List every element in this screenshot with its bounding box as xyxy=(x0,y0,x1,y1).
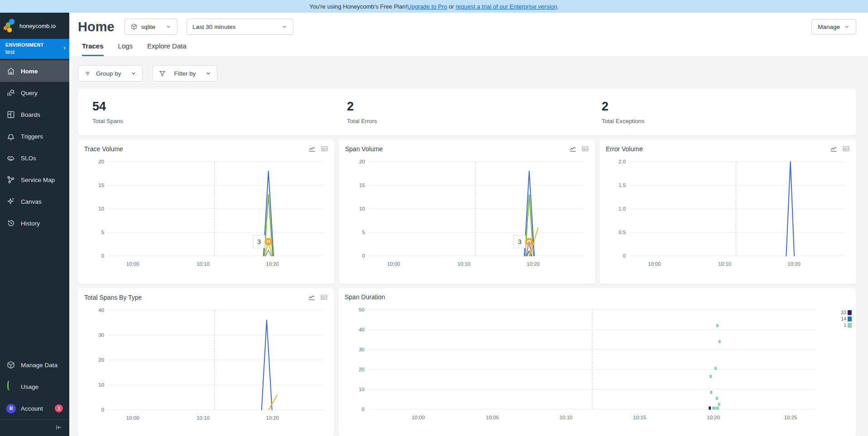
trace-volume-chart: 0510152010:0010:1010:203 xyxy=(84,156,328,269)
svg-text:50: 50 xyxy=(359,307,364,312)
dataset-value: sqlite xyxy=(141,24,156,30)
svg-text:10:20: 10:20 xyxy=(707,415,720,420)
honeycomb-logo[interactable]: honeycomb.io xyxy=(0,13,69,39)
svg-text:10:05: 10:05 xyxy=(486,415,499,420)
chevron-down-icon xyxy=(281,24,288,30)
group-by-lines-icon xyxy=(84,70,91,77)
svg-text:10:15: 10:15 xyxy=(633,415,646,420)
tab-traces[interactable]: Traces xyxy=(82,42,104,56)
stat-value: 54 xyxy=(92,100,347,114)
sidebar-item-account[interactable]: R Account 3 xyxy=(0,398,69,419)
svg-text:10:00: 10:00 xyxy=(126,261,139,267)
span-duration-card: Span Duration 0102030405010:0010:0510:10… xyxy=(338,288,856,436)
avatar: R xyxy=(6,404,15,413)
sidebar-item-label: Account xyxy=(21,405,43,412)
sidebar-item-usage[interactable]: Usage xyxy=(0,376,69,398)
enterprise-trial-link[interactable]: request a trial of our Enterprise versio… xyxy=(456,3,557,10)
sidebar-item-manage-data[interactable]: Manage Data xyxy=(0,354,69,376)
sidebar-item-history[interactable]: History xyxy=(0,212,69,234)
line-chart-view-icon[interactable] xyxy=(308,293,316,301)
manage-button-label: Manage xyxy=(818,24,840,30)
svg-text:10:00: 10:00 xyxy=(387,261,400,267)
tab-explore-data[interactable]: Explore Data xyxy=(147,42,187,56)
stat-total-errors: 2 Total Errors xyxy=(347,100,601,125)
sidebar-item-label: Canvas xyxy=(21,198,42,205)
sidebar-item-slos[interactable]: SLOs xyxy=(0,147,69,169)
sidebar-spacer xyxy=(0,234,69,354)
svg-text:20: 20 xyxy=(359,159,365,164)
manage-button[interactable]: Manage xyxy=(811,19,856,34)
svg-text:1.5: 1.5 xyxy=(619,182,626,188)
sidebar-item-label: Query xyxy=(21,90,38,96)
sidebar-item-home[interactable]: Home xyxy=(0,60,69,82)
svg-text:10:00: 10:00 xyxy=(126,415,139,421)
filter-by-label: Filter by xyxy=(174,70,196,77)
usage-ring-icon xyxy=(6,382,15,391)
filter-by-dropdown[interactable]: Filter by xyxy=(153,65,217,81)
heatmap-legend: 33141 xyxy=(841,310,852,328)
chart-title: Span Volume xyxy=(345,145,383,153)
page-header: Home sqlite Last 30 minutes Manage Trace… xyxy=(69,13,868,56)
table-view-icon[interactable] xyxy=(321,145,328,153)
time-range-select[interactable]: Last 30 minutes xyxy=(187,19,293,35)
group-by-label: Group by xyxy=(96,70,121,77)
svg-text:0: 0 xyxy=(362,253,365,259)
legend-swatch xyxy=(848,310,852,315)
bell-icon xyxy=(6,132,15,141)
sidebar-item-query[interactable]: Query xyxy=(0,82,69,104)
sidebar-item-label: Usage xyxy=(21,383,38,390)
svg-text:10:25: 10:25 xyxy=(784,415,797,420)
sidebar-item-boards[interactable]: Boards xyxy=(0,104,69,125)
svg-text:10: 10 xyxy=(98,206,104,211)
legend-label: 1 xyxy=(844,322,846,328)
sidebar-item-label: Triggers xyxy=(21,133,43,140)
stat-label: Total Spans xyxy=(92,118,347,125)
banner-text-or: or xyxy=(447,3,456,10)
cube-icon xyxy=(6,360,15,369)
stat-value: 2 xyxy=(347,100,601,114)
tab-logs[interactable]: Logs xyxy=(118,42,133,56)
total-spans-by-type-chart: 01020304010:0010:1010:20 xyxy=(84,305,328,423)
stat-label: Total Exceptions xyxy=(602,118,856,125)
dataset-select[interactable]: sqlite xyxy=(125,19,178,35)
sidebar: honeycomb.io ENVIRONMENT test › Home Que… xyxy=(0,13,69,436)
sidebar-item-label: History xyxy=(21,220,40,227)
line-chart-view-icon[interactable] xyxy=(830,145,838,153)
svg-text:15: 15 xyxy=(359,182,365,188)
chevron-down-icon xyxy=(130,70,137,77)
environment-switcher[interactable]: ENVIRONMENT test › xyxy=(0,39,69,59)
group-by-dropdown[interactable]: Group by xyxy=(78,65,143,81)
collapse-sidebar-icon[interactable] xyxy=(55,423,63,431)
sidebar-item-service-map[interactable]: Service Map xyxy=(0,169,69,191)
legend-entry: 14 xyxy=(841,316,852,321)
svg-text:5: 5 xyxy=(101,230,104,235)
upgrade-to-pro-link[interactable]: Upgrade to Pro xyxy=(407,3,447,10)
svg-text:10:10: 10:10 xyxy=(718,261,731,267)
table-view-icon[interactable] xyxy=(842,145,850,153)
legend-entry: 1 xyxy=(841,322,852,328)
svg-text:40: 40 xyxy=(98,307,104,313)
legend-swatch xyxy=(848,316,852,321)
home-icon xyxy=(6,67,15,76)
svg-text:0: 0 xyxy=(623,253,626,259)
svg-text:40: 40 xyxy=(359,327,364,332)
time-range-value: Last 30 minutes xyxy=(192,24,235,30)
sidebar-item-canvas[interactable]: Canvas xyxy=(0,191,69,212)
svg-text:30: 30 xyxy=(359,347,364,352)
legend-entry: 33 xyxy=(841,310,852,315)
line-chart-view-icon[interactable] xyxy=(569,145,577,153)
chevron-down-icon xyxy=(205,70,211,77)
chart-title: Trace Volume xyxy=(84,145,123,153)
sidebar-item-triggers[interactable]: Triggers xyxy=(0,125,69,147)
environment-name: test xyxy=(5,49,65,55)
main-content: Group by Filter by 54 Total Spans 2 Tota… xyxy=(69,56,868,436)
svg-text:10:00: 10:00 xyxy=(412,415,425,420)
tab-bar: Traces Logs Explore Data xyxy=(78,42,856,56)
table-view-icon[interactable] xyxy=(581,145,589,153)
svg-text:10:20: 10:20 xyxy=(527,261,540,267)
svg-text:10:10: 10:10 xyxy=(197,415,210,421)
free-plan-banner: You're using Honeycomb's Free Plan! Upgr… xyxy=(0,0,868,13)
dataset-cube-icon xyxy=(130,23,138,30)
table-view-icon[interactable] xyxy=(320,293,328,301)
line-chart-view-icon[interactable] xyxy=(308,145,316,153)
